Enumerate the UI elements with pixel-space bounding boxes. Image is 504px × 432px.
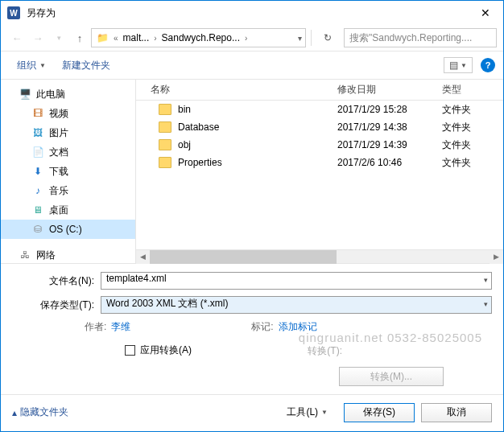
picture-icon: 🖼 [31,126,44,139]
file-list: bin2017/1/29 15:28文件夹Database2017/1/29 1… [136,101,503,171]
sidebar-item-downloads[interactable]: ⬇下载 [1,162,135,181]
horizontal-scrollbar[interactable]: ◀ ▶ [136,249,503,263]
sidebar-item-desktop[interactable]: 🖥桌面 [1,200,135,220]
file-pane: 名称 修改日期 类型 bin2017/1/29 15:28文件夹Database… [136,80,503,263]
scroll-right-button[interactable]: ▶ [490,250,503,264]
author-label: 作者: [85,320,111,334]
breadcrumb-seg1[interactable]: malt... [120,32,153,43]
file-date: 2017/2/6 10:46 [337,157,442,168]
folder-icon [159,157,171,168]
column-name[interactable]: 名称 [136,83,337,97]
sidebar-item-music[interactable]: ♪音乐 [1,181,135,200]
apply-transform-label: 应用转换(A) [140,344,192,357]
close-button[interactable]: ✕ [467,1,503,25]
main-area: 🖥️此电脑 🎞视频 🖼图片 📄文档 ⬇下载 ♪音乐 🖥桌面 ⛁OS (C:) 🖧… [1,80,503,263]
sidebar-item-documents[interactable]: 📄文档 [1,142,135,162]
transform-button: 转换(M)... [339,367,444,386]
breadcrumb-dropdown[interactable]: ▾ [296,34,304,43]
view-options: ▤▼ [444,57,473,73]
scroll-track[interactable] [150,250,490,264]
help-button[interactable]: ? [481,58,495,72]
transform-label: 转换(T): [308,344,347,358]
chevron-down-icon[interactable]: ▾ [484,276,488,284]
file-date: 2017/1/29 14:39 [337,139,442,150]
column-type[interactable]: 类型 [442,83,503,97]
window-title: 另存为 [27,6,467,20]
search-input[interactable]: 搜索"Sandwych.Reporting.... [344,28,497,47]
chevron-up-icon: ▴ [12,407,17,418]
file-date: 2017/1/29 15:28 [337,104,442,115]
back-button[interactable]: ← [7,28,27,47]
breadcrumb[interactable]: 📁 « malt... › Sandwych.Repo... › ▾ [91,28,306,47]
file-row[interactable]: bin2017/1/29 15:28文件夹 [136,101,503,118]
search-placeholder: 搜索"Sandwych.Reporting.... [349,31,472,45]
video-icon: 🎞 [31,107,44,120]
nav-bar: ← → ▾ ↑ 📁 « malt... › Sandwych.Repo... ›… [1,25,503,51]
file-header: 名称 修改日期 类型 [136,80,503,101]
sidebar-item-osc[interactable]: ⛁OS (C:) [1,220,135,239]
file-row[interactable]: obj2017/1/29 14:39文件夹 [136,136,503,154]
title-bar: W 另存为 ✕ [1,1,503,25]
file-type: 文件夹 [442,156,503,170]
filetype-label: 保存类型(T): [12,298,101,312]
file-type: 文件夹 [442,121,503,134]
document-icon: 📄 [31,146,44,158]
network-icon: 🖧 [19,249,31,261]
organize-button[interactable]: 组织▼ [9,59,54,72]
app-icon: W [7,6,20,19]
scroll-left-button[interactable]: ◀ [136,250,150,264]
tags-label: 标记: [251,320,278,334]
file-type: 文件夹 [442,103,503,117]
file-name: Database [178,121,219,133]
new-folder-button[interactable]: 新建文件夹 [54,59,118,72]
file-date: 2017/1/29 14:38 [337,121,442,133]
sidebar-item-pictures[interactable]: 🖼图片 [1,123,135,142]
tags-value[interactable]: 添加标记 [279,320,317,334]
filename-input[interactable]: template4.xml▾ [101,272,492,290]
bottom-panel: 文件名(N): template4.xml▾ 保存类型(T): Word 200… [1,263,503,394]
desktop-icon: 🖥 [31,204,44,216]
sidebar-item-network[interactable]: 🖧网络 [1,245,135,263]
filetype-select[interactable]: Word 2003 XML 文档 (*.xml)▾ [101,296,492,314]
file-type: 文件夹 [442,138,503,152]
chevron-right-icon: › [152,34,158,43]
footer: ▴隐藏文件夹 工具(L)▼ 保存(S) 取消 [1,394,503,430]
column-date[interactable]: 修改日期 [337,83,442,97]
chevron-right-icon: › [243,34,249,43]
file-name: bin [178,104,191,115]
file-name: Properties [178,157,222,168]
chevron-down-icon[interactable]: ▾ [484,300,488,308]
recent-dropdown[interactable]: ▾ [49,28,68,47]
sidebar-item-thispc[interactable]: 🖥️此电脑 [1,84,135,104]
sidebar-item-videos[interactable]: 🎞视频 [1,104,135,123]
file-row[interactable]: Database2017/1/29 14:38文件夹 [136,118,503,136]
toolbar: 组织▼ 新建文件夹 ▤▼ ? [1,51,503,80]
author-value[interactable]: 李维 [111,320,130,334]
drive-icon: ⛁ [31,223,44,236]
sidebar: 🖥️此电脑 🎞视频 🖼图片 📄文档 ⬇下载 ♪音乐 🖥桌面 ⛁OS (C:) 🖧… [1,80,136,263]
apply-transform-checkbox[interactable] [125,345,135,356]
folder-icon: 📁 [97,32,109,43]
folder-icon [159,121,171,133]
filename-label: 文件名(N): [12,274,101,288]
scroll-thumb[interactable] [150,250,337,264]
separator [311,30,312,46]
forward-button[interactable]: → [28,28,48,47]
file-row[interactable]: Properties2017/2/6 10:46文件夹 [136,154,503,171]
breadcrumb-seg2[interactable]: Sandwych.Repo... [159,32,243,43]
music-icon: ♪ [31,184,44,197]
file-name: obj [178,139,191,150]
folder-icon [159,104,171,115]
download-icon: ⬇ [31,165,44,178]
breadcrumb-root[interactable]: « [112,34,120,43]
tools-dropdown[interactable]: 工具(L)▼ [287,405,328,419]
cancel-button[interactable]: 取消 [421,403,492,422]
hide-folders-link[interactable]: ▴隐藏文件夹 [12,405,68,419]
pc-icon: 🖥️ [19,88,31,101]
save-button[interactable]: 保存(S) [344,403,415,422]
up-button[interactable]: ↑ [70,28,89,47]
refresh-button[interactable]: ↻ [318,28,337,47]
folder-icon [159,139,171,150]
view-mode-button[interactable]: ▤▼ [444,57,473,73]
